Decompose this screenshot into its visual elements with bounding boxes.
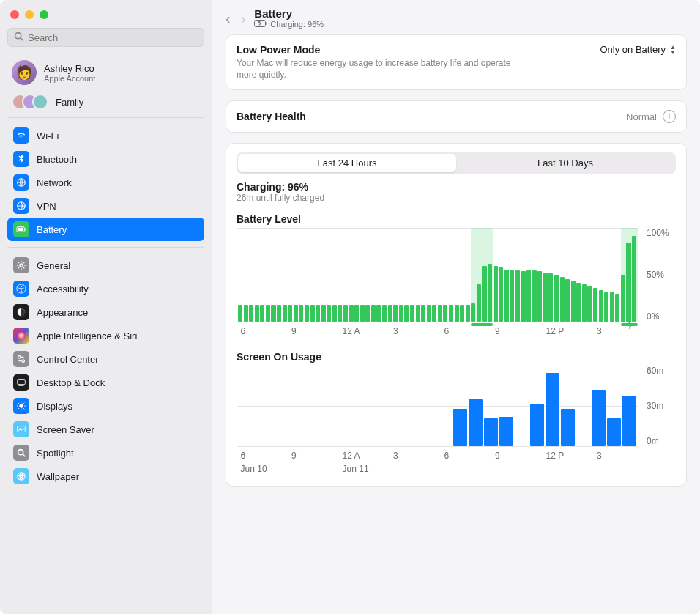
chart-bar [332, 305, 337, 322]
chart-bar [271, 305, 275, 322]
sidebar-item-general[interactable]: General [7, 254, 204, 277]
usage-history-card: Last 24 Hours Last 10 Days Charging: 96%… [226, 143, 687, 487]
sidebar: 🧑 Ashley Rico Apple Account Family Wi-Fi… [0, 0, 212, 614]
chart-bar [494, 266, 498, 322]
sidebar-item-vpn[interactable]: VPN [7, 194, 204, 218]
chart-bar [382, 305, 387, 322]
chart-bar [399, 305, 403, 322]
chart-bar [255, 305, 259, 322]
control-center-icon [13, 351, 29, 367]
chart-bar [604, 292, 608, 322]
chart-bar [582, 284, 587, 322]
svg-rect-15 [19, 385, 24, 386]
chart-bar [376, 305, 381, 322]
chart-bar [404, 305, 409, 322]
svg-point-13 [22, 360, 25, 363]
chart-bar [607, 418, 621, 447]
chevron-updown-icon: ▲▼ [670, 45, 676, 55]
search-input[interactable] [28, 32, 198, 43]
chart-bar [294, 305, 298, 322]
screen-on-title: Screen On Usage [237, 351, 676, 363]
chart-bar [321, 305, 326, 322]
toolbar: ‹ › Battery Charging: 96% [212, 0, 700, 34]
x-tick: 12 A [343, 451, 360, 461]
window-controls [7, 7, 204, 28]
sidebar-item-wallpaper[interactable]: Wallpaper [7, 465, 204, 488]
search-field[interactable] [7, 28, 204, 47]
minimize-window-button[interactable] [25, 10, 34, 19]
avatar: 🧑 [12, 60, 37, 85]
x-tick: 3 [393, 451, 398, 461]
chart-bar [592, 390, 606, 446]
chart-bar [299, 305, 303, 322]
x-date-label: Jun 10 [241, 464, 267, 474]
x-tick: 12 P [546, 326, 565, 336]
chart-bar [587, 286, 592, 322]
y-tick: 30m [647, 401, 676, 411]
x-tick: 9 [291, 451, 297, 461]
family-avatars [12, 94, 48, 110]
sidebar-item-network[interactable]: Network [7, 171, 204, 194]
sidebar-item-desktop-dock[interactable]: Desktop & Dock [7, 371, 204, 394]
chart-bar [449, 305, 453, 322]
chart-bar [526, 270, 531, 322]
x-date-label: Jun 11 [343, 464, 369, 474]
chart-bar [561, 409, 575, 446]
wifi-icon [13, 127, 29, 144]
family-row[interactable]: Family [7, 89, 204, 118]
settings-window: 🧑 Ashley Rico Apple Account Family Wi-Fi… [0, 0, 700, 614]
x-tick: 9 [495, 451, 500, 461]
sidebar-item-ai-siri[interactable]: Apple Intelligence & Siri [7, 324, 204, 347]
info-icon[interactable]: i [663, 110, 676, 123]
history-segmented-control[interactable]: Last 24 Hours Last 10 Days [237, 152, 676, 174]
fullscreen-window-button[interactable] [40, 10, 48, 19]
y-tick: 100% [647, 228, 676, 238]
svg-point-12 [18, 356, 21, 359]
nav-back-button[interactable]: ‹ [226, 11, 231, 26]
accessibility-icon [13, 281, 29, 297]
sidebar-item-bluetooth[interactable]: Bluetooth [7, 147, 204, 171]
nav-forward-button[interactable]: › [241, 11, 246, 26]
tab-last-24-hours[interactable]: Last 24 Hours [238, 154, 456, 172]
general-icon [13, 257, 29, 273]
chart-bar [327, 305, 331, 322]
close-window-button[interactable] [10, 10, 19, 19]
appearance-icon [13, 304, 29, 320]
y-tick: 0% [647, 311, 676, 322]
chart-bar [354, 305, 359, 322]
chart-bar [477, 284, 481, 322]
sidebar-item-label: Desktop & Dock [37, 377, 105, 388]
sidebar-item-battery[interactable]: Battery [7, 218, 204, 241]
y-tick: 50% [647, 270, 676, 280]
chart-bar [393, 305, 398, 322]
sidebar-item-spotlight[interactable]: Spotlight [7, 441, 204, 465]
chart-bar [469, 399, 483, 446]
tab-last-10-days[interactable]: Last 10 Days [456, 154, 674, 172]
sidebar-item-appearance[interactable]: Appearance [7, 300, 204, 324]
page-status: Charging: 96% [270, 20, 324, 29]
x-tick: 6 [241, 326, 246, 336]
sidebar-item-label: Spotlight [37, 448, 74, 459]
sidebar-item-wifi[interactable]: Wi-Fi [7, 124, 204, 147]
sidebar-item-accessibility[interactable]: Accessibility [7, 277, 204, 300]
sidebar-item-displays[interactable]: Displays [7, 394, 204, 418]
sidebar-item-label: Appearance [37, 307, 88, 318]
sidebar-item-screen-saver[interactable]: Screen Saver [7, 418, 204, 441]
sidebar-item-control-center[interactable]: Control Center [7, 347, 204, 371]
svg-point-7 [20, 264, 23, 267]
chart-bar [548, 273, 553, 322]
svg-point-19 [18, 450, 23, 455]
sidebar-item-label: VPN [37, 201, 56, 212]
svg-rect-23 [267, 22, 268, 25]
chart-bar [632, 236, 636, 322]
svg-rect-6 [25, 228, 26, 231]
x-tick: 6 [241, 451, 246, 461]
chart-bar [360, 305, 365, 322]
lpm-select[interactable]: Only on Battery ▲▼ [600, 44, 676, 55]
apple-account-row[interactable]: 🧑 Ashley Rico Apple Account [7, 56, 204, 89]
x-tick: 9 [495, 326, 500, 336]
chart-bar [432, 305, 436, 322]
x-tick: 6 [444, 451, 450, 461]
chart-bar [349, 305, 354, 322]
y-tick: 60m [647, 366, 676, 376]
